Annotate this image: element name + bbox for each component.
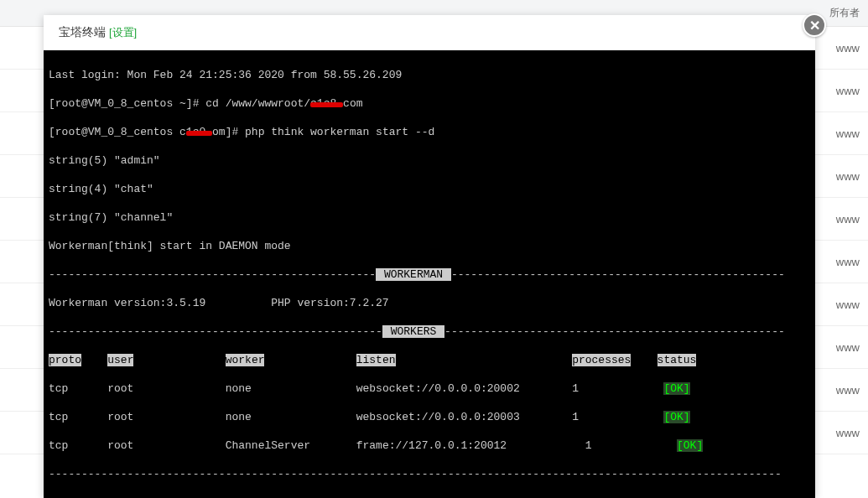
term-divider-bottom: ----------------------------------------… bbox=[44, 467, 815, 481]
term-daemon-mode: Workerman[think] start in DAEMON mode bbox=[44, 239, 815, 253]
modal-title: 宝塔终端 bbox=[59, 25, 106, 40]
term-prompt-1: [root@VM_0_8_centos ~]# cd /www/wwwroot/… bbox=[44, 96, 815, 111]
redacted-domain: c1c8. bbox=[310, 96, 343, 111]
modal-header: 宝塔终端 [设置] bbox=[44, 15, 815, 50]
term-last-login: Last login: Mon Feb 24 21:25:36 2020 fro… bbox=[44, 68, 815, 82]
close-icon: ✕ bbox=[809, 18, 820, 34]
term-version: Workerman version:3.5.19 PHP version:7.2… bbox=[44, 296, 815, 310]
term-table-header: proto user worker listen processes statu… bbox=[44, 353, 815, 367]
term-string-1: string(5) "admin" bbox=[44, 153, 815, 168]
term-divider-workers: ----------------------------------------… bbox=[44, 324, 815, 339]
redacted-domain: 1c0. bbox=[186, 125, 212, 139]
terminal-modal-overlay: ✕ 宝塔终端 [设置] Last login: Mon Feb 24 21:25… bbox=[44, 15, 868, 498]
term-prompt-2: [root@VM_0_8_centos c1c0.om]# php think … bbox=[44, 125, 815, 139]
close-button[interactable]: ✕ bbox=[803, 13, 826, 37]
terminal-modal: 宝塔终端 [设置] Last login: Mon Feb 24 21:25:3… bbox=[44, 15, 815, 498]
settings-link[interactable]: [设置] bbox=[109, 25, 137, 40]
term-divider-workerman: ----------------------------------------… bbox=[44, 267, 815, 282]
term-table-row: tcp root none websocket://0.0.0.0:20003 … bbox=[44, 410, 815, 424]
term-string-3: string(7) "channel" bbox=[44, 210, 815, 225]
term-table-row: tcp root ChannelServer frame://127.0.0.1… bbox=[44, 438, 815, 453]
terminal-output[interactable]: Last login: Mon Feb 24 21:25:36 2020 fro… bbox=[44, 50, 815, 498]
term-string-2: string(4) "chat" bbox=[44, 182, 815, 196]
term-table-row: tcp root none websocket://0.0.0.0:20002 … bbox=[44, 381, 815, 396]
